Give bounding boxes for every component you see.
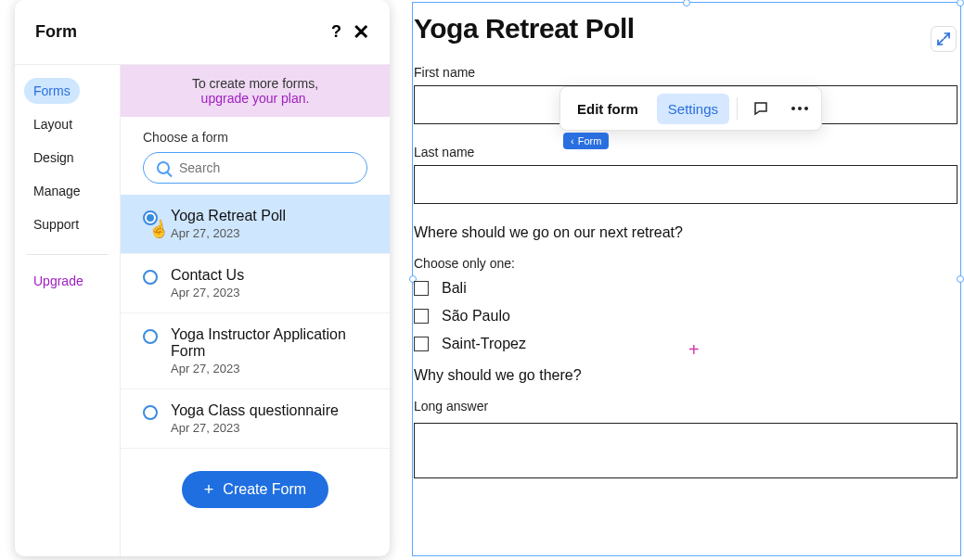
sidebar-item-upgrade[interactable]: Upgrade: [24, 268, 93, 294]
plus-icon: +: [204, 481, 214, 498]
form-row[interactable]: Contact Us Apr 27, 2023: [121, 254, 390, 313]
element-toolbar: Edit form Settings: [559, 86, 822, 131]
form-date: Apr 27, 2023: [171, 286, 244, 299]
panel-body: Forms Layout Design Manage Support Upgra…: [15, 65, 390, 556]
checkbox-icon[interactable]: [414, 337, 429, 351]
create-form-label: Create Form: [223, 481, 306, 498]
last-name-input[interactable]: [414, 165, 958, 204]
last-name-label: Last name: [414, 145, 958, 159]
retreat-question: Where should we go on our next retreat?: [414, 224, 958, 241]
form-list: ☝ Yoga Retreat Poll Apr 27, 2023 Contact…: [121, 195, 390, 449]
first-name-label: First name: [414, 65, 958, 80]
form-date: Apr 27, 2023: [171, 362, 367, 375]
resize-handle-top[interactable]: [683, 0, 690, 6]
more-button[interactable]: [784, 93, 816, 124]
panel-content: To create more forms, upgrade your plan.…: [121, 65, 390, 556]
form-row[interactable]: Yoga Class questionnaire Apr 27, 2023: [121, 389, 390, 449]
form-name: Yoga Instructor Application Form: [171, 326, 367, 360]
choose-form-label: Choose a form: [121, 117, 390, 152]
help-icon[interactable]: ?: [331, 22, 341, 42]
form-row-texts: Yoga Retreat Poll Apr 27, 2023: [171, 208, 286, 240]
search-input[interactable]: [179, 160, 353, 175]
form-name: Yoga Class questionnaire: [171, 402, 339, 419]
why-question: Why should we go there?: [414, 367, 958, 384]
option-label: Bali: [442, 280, 467, 297]
form-name: Contact Us: [171, 267, 244, 284]
checkbox-icon[interactable]: [414, 281, 429, 296]
selection-crumb[interactable]: ‹ Form: [563, 133, 609, 149]
search-box[interactable]: [143, 152, 367, 184]
form-panel: Form ? ✕ Forms Layout Design Manage Supp…: [15, 0, 390, 556]
form-date: Apr 27, 2023: [171, 226, 286, 240]
search-wrap: [121, 152, 390, 195]
form-row[interactable]: Yoga Instructor Application Form Apr 27,…: [121, 313, 390, 389]
panel-header: Form ? ✕: [15, 0, 390, 65]
option-row[interactable]: Bali: [414, 280, 958, 297]
create-wrap: + Create Form: [121, 449, 390, 530]
form-title: Yoga Retreat Poll: [414, 13, 958, 45]
settings-button[interactable]: Settings: [657, 94, 729, 124]
radio-icon[interactable]: [143, 329, 158, 344]
banner-line1: To create more forms,: [192, 76, 318, 91]
sidebar-item-manage[interactable]: Manage: [24, 178, 90, 204]
chevron-left-icon: ‹: [571, 135, 574, 146]
sidebar-item-forms[interactable]: Forms: [24, 78, 80, 104]
option-row[interactable]: São Paulo: [414, 308, 958, 325]
crumb-label: Form: [578, 135, 602, 146]
upgrade-banner: To create more forms, upgrade your plan.: [121, 65, 390, 117]
form-preview: Yoga Retreat Poll First name Last name W…: [412, 13, 959, 478]
upgrade-plan-link[interactable]: upgrade your plan.: [201, 91, 310, 106]
edit-form-button[interactable]: Edit form: [566, 94, 649, 124]
comment-button[interactable]: [745, 93, 777, 124]
toolbar-separator: [737, 97, 738, 120]
form-row-texts: Yoga Class questionnaire Apr 27, 2023: [171, 402, 339, 435]
search-icon: [157, 161, 170, 174]
panel-header-actions: ? ✕: [331, 22, 369, 43]
panel-sidebar: Forms Layout Design Manage Support Upgra…: [15, 65, 121, 556]
form-row-texts: Contact Us Apr 27, 2023: [171, 267, 244, 299]
create-form-button[interactable]: + Create Form: [182, 471, 328, 508]
option-label: São Paulo: [442, 308, 510, 325]
sidebar-item-support[interactable]: Support: [24, 211, 88, 237]
sidebar-item-design[interactable]: Design: [24, 145, 84, 171]
form-row[interactable]: ☝ Yoga Retreat Poll Apr 27, 2023: [121, 195, 390, 254]
radio-icon[interactable]: [143, 210, 158, 225]
editor-canvas[interactable]: + Yoga Retreat Poll First name Last name…: [412, 0, 964, 560]
radio-icon[interactable]: [143, 270, 158, 285]
resize-handle-topright[interactable]: [957, 0, 964, 6]
sidebar-item-layout[interactable]: Layout: [24, 111, 82, 137]
panel-title: Form: [35, 22, 77, 42]
close-icon[interactable]: ✕: [353, 22, 369, 43]
long-answer-input[interactable]: [414, 423, 958, 478]
comment-icon: [752, 100, 769, 117]
radio-icon[interactable]: [143, 405, 158, 420]
option-label: Saint-Tropez: [442, 336, 526, 352]
checkbox-icon[interactable]: [414, 309, 429, 324]
sidebar-divider: [26, 254, 109, 255]
more-icon: [791, 107, 808, 110]
long-answer-label: Long answer: [414, 399, 958, 414]
form-date: Apr 27, 2023: [171, 421, 339, 435]
form-row-texts: Yoga Instructor Application Form Apr 27,…: [171, 326, 367, 375]
form-name: Yoga Retreat Poll: [171, 208, 286, 224]
choose-one-label: Choose only one:: [414, 256, 958, 271]
option-row[interactable]: Saint-Tropez: [414, 336, 958, 352]
